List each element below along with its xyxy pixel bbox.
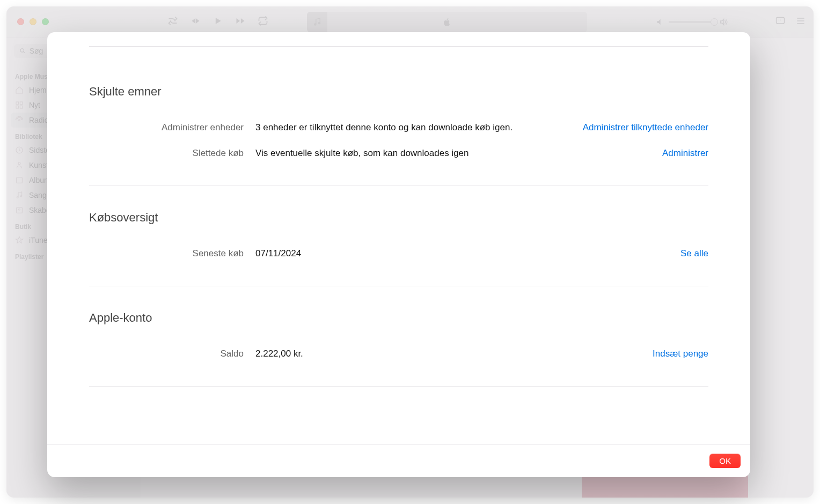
row-label: Slettede køb xyxy=(89,148,255,159)
see-all-link[interactable]: Se alle xyxy=(680,248,708,259)
section-title: Købsoversigt xyxy=(89,211,708,225)
row-label: Seneste køb xyxy=(89,248,255,259)
section-title: Apple-konto xyxy=(89,311,708,325)
row-value: 3 enheder er tilknyttet denne konto og k… xyxy=(255,122,583,133)
row-balance: Saldo 2.222,00 kr. Indsæt penge xyxy=(89,341,708,367)
section-apple-account: Apple-konto Saldo 2.222,00 kr. Indsæt pe… xyxy=(89,286,708,387)
row-label: Administrer enheder xyxy=(89,122,255,133)
row-manage-devices: Administrer enheder 3 enheder er tilknyt… xyxy=(89,115,708,140)
ok-button[interactable]: OK xyxy=(709,454,741,468)
row-value: 07/11/2024 xyxy=(255,248,680,259)
account-modal: Skjulte emner Administrer enheder 3 enhe… xyxy=(47,32,750,477)
modal-content: Skjulte emner Administrer enheder 3 enhe… xyxy=(47,32,750,444)
row-value: 2.222,00 kr. xyxy=(255,349,653,359)
section-title: Skjulte emner xyxy=(89,85,708,99)
row-last-purchase: Seneste køb 07/11/2024 Se alle xyxy=(89,241,708,266)
section-purchase-history: Købsoversigt Seneste køb 07/11/2024 Se a… xyxy=(89,186,708,286)
modal-footer: OK xyxy=(47,444,750,477)
add-funds-link[interactable]: Indsæt penge xyxy=(653,349,708,359)
row-label: Saldo xyxy=(89,349,255,359)
manage-devices-link[interactable]: Administrer tilknyttede enheder xyxy=(583,122,708,133)
manage-hidden-link[interactable]: Administrer xyxy=(662,148,708,159)
section-hidden-items: Skjulte emner Administrer enheder 3 enhe… xyxy=(89,46,708,186)
row-value: Vis eventuelle skjulte køb, som kan down… xyxy=(255,148,662,159)
row-hidden-purchases: Slettede køb Vis eventuelle skjulte køb,… xyxy=(89,140,708,166)
